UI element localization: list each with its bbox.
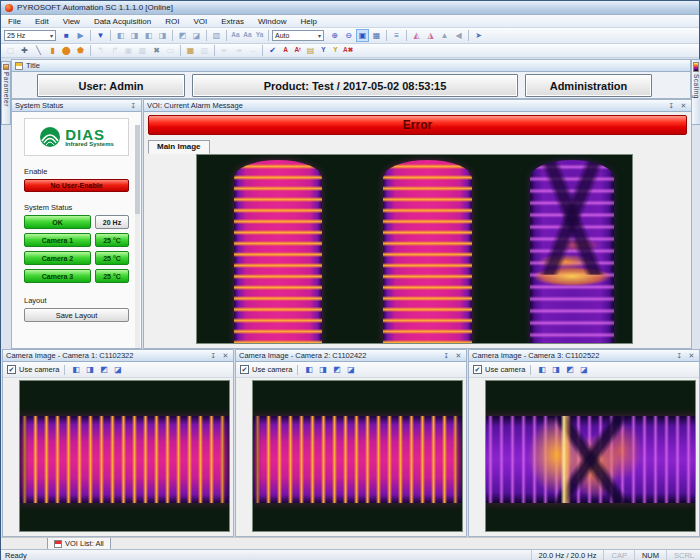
voi-list-icon[interactable]: ▥ xyxy=(198,44,211,57)
close-icon[interactable]: ✕ xyxy=(454,352,463,360)
separator[interactable] xyxy=(90,30,91,41)
menu-item[interactable]: File xyxy=(1,15,28,27)
use-camera-checkbox[interactable]: ✔ xyxy=(473,365,482,374)
alarm-font-icon[interactable]: A xyxy=(280,44,291,57)
camera-connect-icon[interactable]: ◧ xyxy=(142,29,155,42)
use-camera-checkbox[interactable]: ✔ xyxy=(240,365,249,374)
fit-to-window-icon[interactable]: ▣ xyxy=(356,29,369,42)
menu-item[interactable]: View xyxy=(56,15,87,27)
separator[interactable] xyxy=(268,30,269,41)
voi-table-icon[interactable]: ▦ xyxy=(184,44,197,57)
draw-rect-icon[interactable]: ▮ xyxy=(46,44,59,57)
full-image-icon[interactable]: ▦ xyxy=(370,29,383,42)
filter-icon[interactable]: ▼ xyxy=(94,29,107,42)
grid-icon[interactable]: ≡ xyxy=(390,29,403,42)
status-value-button[interactable]: 20 Hz xyxy=(95,215,129,229)
separator[interactable] xyxy=(180,45,181,56)
delete-icon[interactable]: ✖ xyxy=(150,44,163,57)
pointer-icon[interactable]: ➤ xyxy=(472,29,485,42)
paste-icon[interactable]: ▩ xyxy=(136,44,149,57)
draw-line-icon[interactable]: ╲ xyxy=(32,44,45,57)
status-value-button[interactable]: 25 °C xyxy=(95,269,129,283)
frame-rate-select[interactable]: 25 Hz ▾ xyxy=(4,30,56,41)
jump-last-icon[interactable]: ↠ xyxy=(232,44,245,57)
menu-item[interactable]: Window xyxy=(251,15,293,27)
add-point-icon[interactable]: ✚ xyxy=(18,44,31,57)
camera-disconnect-icon[interactable]: ◨ xyxy=(128,29,141,42)
alarm-temp-icon[interactable]: Aᵗ xyxy=(292,44,303,57)
menu-item[interactable]: ROI xyxy=(158,15,186,27)
camera-3-thermal-image[interactable] xyxy=(485,380,696,532)
product-button[interactable]: Product: Test / 2017-05-02 08:53:15 xyxy=(192,74,518,97)
report-icon[interactable]: ▤ xyxy=(304,44,317,57)
main-thermal-image[interactable] xyxy=(196,154,633,344)
camera-1-caption[interactable]: Camera Image - Camera 1: C1102322 ↧ ✕ xyxy=(3,350,233,362)
camera-range-icon[interactable]: ◧ xyxy=(536,365,547,374)
scaling-mode-select[interactable]: Auto ▾ xyxy=(272,30,324,41)
label-style-icon[interactable]: Aa xyxy=(242,29,253,42)
pin-icon[interactable]: ↧ xyxy=(442,352,451,360)
enable-status-button[interactable]: No User-Enable xyxy=(24,179,129,192)
undo-icon[interactable]: ↰ xyxy=(94,44,107,57)
camera-focus-icon[interactable]: ◪ xyxy=(112,365,123,374)
draw-ellipse-icon[interactable]: ⬤ xyxy=(60,44,73,57)
tab-scaling[interactable]: Scaling xyxy=(691,59,700,125)
rotate-icon[interactable]: ◀ xyxy=(452,29,465,42)
redo-icon[interactable]: ↱ xyxy=(108,44,121,57)
close-icon[interactable]: ✕ xyxy=(221,352,230,360)
voi-check-icon[interactable]: ✔ xyxy=(266,44,279,57)
snapshot-icon[interactable]: ▧ xyxy=(210,29,223,42)
label-style-icon[interactable]: Aa xyxy=(230,29,241,42)
camera-focus-icon[interactable]: ◪ xyxy=(345,365,356,374)
y-axis-icon[interactable]: Y xyxy=(318,44,329,57)
separator[interactable] xyxy=(90,45,91,56)
camera-focus-icon[interactable]: ◪ xyxy=(578,365,589,374)
move-icon[interactable]: ↔ xyxy=(246,44,259,57)
pin-icon[interactable]: ↧ xyxy=(675,352,684,360)
palette-icon[interactable]: ◭ xyxy=(410,29,423,42)
camera-range-icon[interactable]: ◨ xyxy=(84,365,95,374)
save-layout-button[interactable]: Save Layout xyxy=(24,308,129,322)
title-panel-caption[interactable]: Title xyxy=(12,60,690,72)
voi-panel-caption[interactable]: VOI: Current Alarm Message ↧ ✕ xyxy=(144,100,691,112)
copy-icon[interactable]: ▣ xyxy=(122,44,135,57)
separator[interactable] xyxy=(468,30,469,41)
camera-2-caption[interactable]: Camera Image - Camera 2: C1102422 ↧ ✕ xyxy=(236,350,466,362)
menu-item[interactable]: VOI xyxy=(187,15,215,27)
menu-item[interactable]: Data Acquisition xyxy=(87,15,158,27)
separator[interactable] xyxy=(262,45,263,56)
camera-focus-icon[interactable]: ◩ xyxy=(98,365,109,374)
tab-parameter[interactable]: Parameter xyxy=(1,61,11,125)
separator[interactable] xyxy=(386,30,387,41)
system-status-caption[interactable]: System Status ↧ xyxy=(12,100,141,112)
use-camera-checkbox[interactable]: ✔ xyxy=(7,365,16,374)
camera-focus-icon[interactable]: ◩ xyxy=(564,365,575,374)
menu-item[interactable]: Extras xyxy=(214,15,251,27)
select-icon[interactable]: ▢ xyxy=(4,44,17,57)
draw-polygon-icon[interactable]: ⬟ xyxy=(74,44,87,57)
tab-main-image[interactable]: Main Image xyxy=(148,140,210,154)
menu-item[interactable]: Help xyxy=(293,15,323,27)
clear-alarm-icon[interactable]: A✖ xyxy=(342,44,354,57)
camera-1-thermal-image[interactable] xyxy=(19,380,230,532)
zoom-out-icon[interactable]: ⊖ xyxy=(342,29,355,42)
profile-icon[interactable]: ▲ xyxy=(438,29,451,42)
pin-icon[interactable]: ↧ xyxy=(209,352,218,360)
label-style-icon[interactable]: Ya xyxy=(254,29,265,42)
status-button[interactable]: Camera 3 xyxy=(24,269,91,283)
camera-range-icon[interactable]: ◧ xyxy=(303,365,314,374)
administration-button[interactable]: Administration xyxy=(525,74,652,97)
separator[interactable] xyxy=(110,30,111,41)
panel-scrollbar[interactable] xyxy=(135,125,140,348)
camera-range-icon[interactable]: ◨ xyxy=(550,365,561,374)
camera-connect-icon[interactable]: ◧ xyxy=(114,29,127,42)
camera-settings-icon[interactable]: ◩ xyxy=(176,29,189,42)
window-titlebar[interactable]: PYROSOFT Automation SC 1.1.1.0 [Online] xyxy=(1,1,699,15)
status-value-button[interactable]: 25 °C xyxy=(95,233,129,247)
separator[interactable] xyxy=(206,30,207,41)
separator[interactable] xyxy=(214,45,215,56)
close-icon[interactable]: ✕ xyxy=(687,352,696,360)
palette-icon[interactable]: ◮ xyxy=(424,29,437,42)
status-button[interactable]: Camera 2 xyxy=(24,251,91,265)
align-icon[interactable]: ▭ xyxy=(164,44,177,57)
